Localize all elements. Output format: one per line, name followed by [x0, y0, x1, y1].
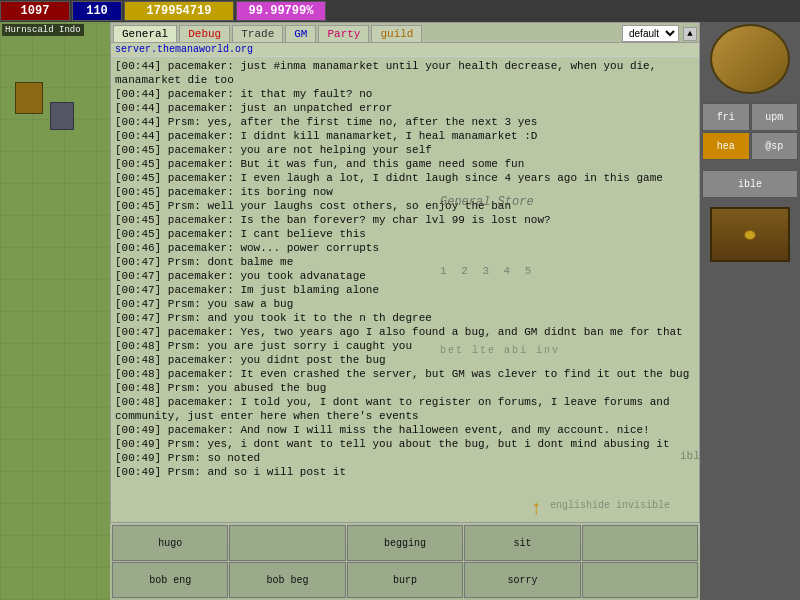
sit-button[interactable]: sit [464, 525, 580, 561]
ible-button[interactable]: ible [702, 170, 798, 198]
chat-tabs: General Debug Trade GM Party guild defau… [111, 23, 699, 43]
tab-gm[interactable]: GM [285, 25, 316, 42]
invisible-text: englishide invisible [550, 500, 670, 511]
pct-display: 99.99799% [236, 1, 326, 21]
chat-tab-right: default ▲ [622, 25, 697, 42]
tab-debug[interactable]: Debug [179, 25, 230, 42]
store-label: General Store [440, 195, 534, 209]
fri-button[interactable]: fri [702, 103, 750, 131]
chat-line: [00:49] pacemaker: And now I will miss t… [115, 423, 695, 437]
chat-line: [00:45] pacemaker: But it was fun, and t… [115, 157, 695, 171]
hp-display: 1097 [0, 1, 70, 21]
chat-line: [00:48] pacemaker: you didnt post the bu… [115, 353, 695, 367]
tab-trade[interactable]: Trade [232, 25, 283, 42]
chat-channel-select[interactable]: default [622, 25, 679, 42]
chat-line: [00:45] pacemaker: I even laugh a lot, I… [115, 171, 695, 185]
chest-decoration [710, 207, 790, 262]
chat-line: [00:47] Prsm: dont balme me [115, 255, 695, 269]
game-world: Hurnscald Indo [0, 22, 110, 600]
scroll-arrow[interactable]: ↑ [530, 497, 542, 520]
empty-btn-3[interactable] [582, 562, 698, 598]
player-character [15, 82, 43, 114]
right-decoration [710, 24, 790, 94]
chat-line: [00:49] Prsm: yes, i dont want to tell y… [115, 437, 695, 451]
bob-eng-button[interactable]: bob eng [112, 562, 228, 598]
bottom-area: hugo begging sit bob eng bob beg burp so… [110, 522, 700, 600]
chat-line: [00:49] Prsm: and so i will post it [115, 465, 695, 479]
begging-button[interactable]: begging [347, 525, 463, 561]
upm-button[interactable]: upm [751, 103, 799, 131]
npc-character [50, 102, 74, 130]
spacer [702, 161, 798, 169]
chest-lock [744, 230, 756, 240]
sp-button[interactable]: @sp [751, 132, 799, 160]
input-overlay: bet lte abi inv [440, 345, 560, 356]
hugo-button[interactable]: hugo [112, 525, 228, 561]
chat-line: [00:47] Prsm: and you took it to the n t… [115, 311, 695, 325]
chat-line: [00:45] Prsm: well your laughs cost othe… [115, 199, 695, 213]
chat-line: [00:44] pacemaker: I didnt kill manamark… [115, 129, 695, 143]
chat-line: [00:47] pacemaker: you took advanatage [115, 269, 695, 283]
chat-line: [00:47] pacemaker: Im just blaming alone [115, 283, 695, 297]
top-bar: 1097 110 179954719 99.99799% [0, 0, 800, 22]
chat-line: [00:44] pacemaker: just #inma manamarket… [115, 59, 695, 87]
button-row-2: hea @sp [702, 132, 798, 160]
chat-line: [00:48] Prsm: you are just sorry i caugh… [115, 339, 695, 353]
server-url: server.themanaworld.org [111, 43, 699, 57]
tab-party[interactable]: Party [318, 25, 369, 42]
tab-guild[interactable]: guild [371, 25, 422, 42]
chat-line: [00:49] Prsm: so noted [115, 451, 695, 465]
chat-line: [00:48] Prsm: you abused the bug [115, 381, 695, 395]
chat-line: [00:44] Prsm: yes, after the first time … [115, 115, 695, 129]
empty-btn-2[interactable] [582, 525, 698, 561]
chat-scroll-button[interactable]: ▲ [683, 27, 697, 41]
numbers-overlay: 1 2 3 4 5 [440, 265, 535, 277]
location-label: Hurnscald Indo [2, 24, 84, 36]
exp-display: 179954719 [124, 1, 234, 21]
chat-line: [00:45] pacemaker: I cant believe this [115, 227, 695, 241]
button-row-3: ible [702, 170, 798, 198]
burp-button[interactable]: burp [347, 562, 463, 598]
chat-line: [00:45] pacemaker: Is the ban forever? m… [115, 213, 695, 227]
chat-window: General Debug Trade GM Party guild defau… [110, 22, 700, 542]
empty-btn-1[interactable] [229, 525, 345, 561]
bob-beg-button[interactable]: bob beg [229, 562, 345, 598]
right-panel: fri upm hea @sp ible [700, 22, 800, 600]
chat-line: [00:48] pacemaker: I told you, I dont wa… [115, 395, 695, 423]
chat-line: [00:45] pacemaker: you are not helping y… [115, 143, 695, 157]
button-row-1: fri upm [702, 103, 798, 131]
tab-general[interactable]: General [113, 25, 177, 42]
mp-display: 110 [72, 1, 122, 21]
hea-button[interactable]: hea [702, 132, 750, 160]
chat-line: [00:47] pacemaker: Yes, two years ago I … [115, 325, 695, 339]
chat-line: [00:44] pacemaker: just an unpatched err… [115, 101, 695, 115]
chat-line: [00:44] pacemaker: it that my fault? no [115, 87, 695, 101]
chat-line: [00:48] pacemaker: It even crashed the s… [115, 367, 695, 381]
sorry-button[interactable]: sorry [464, 562, 580, 598]
chat-line: [00:47] Prsm: you saw a bug [115, 297, 695, 311]
chat-messages[interactable]: [00:44] pacemaker: just #inma manamarket… [111, 57, 699, 541]
chat-line: [00:45] pacemaker: its boring now [115, 185, 695, 199]
chat-line: [00:46] pacemaker: wow... power corrupts [115, 241, 695, 255]
